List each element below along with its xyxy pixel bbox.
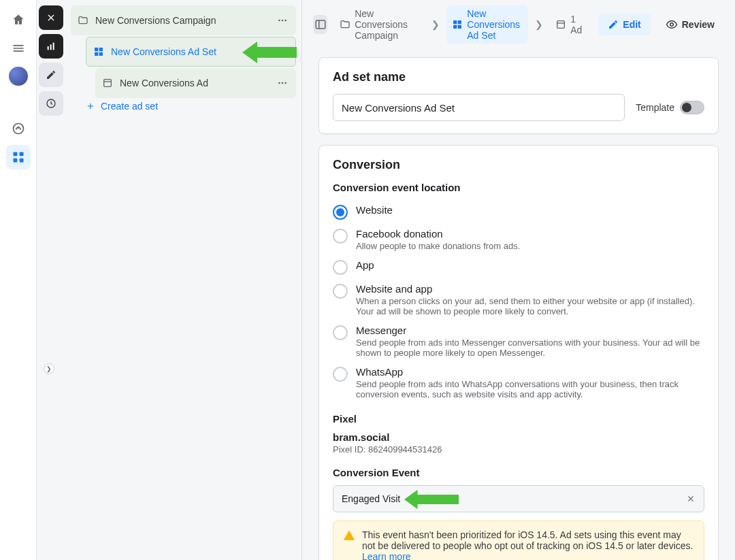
expand-rail-icon[interactable]: ❯ <box>44 363 54 374</box>
svg-point-19 <box>282 82 284 84</box>
learn-more-link[interactable]: Learn more <box>362 551 411 560</box>
svg-rect-21 <box>316 20 325 29</box>
tree-ad[interactable]: New Conversions Ad <box>95 68 296 98</box>
option-website[interactable]: Website <box>333 200 704 224</box>
highlight-arrow-icon <box>404 487 459 512</box>
radio-messenger[interactable] <box>333 325 348 340</box>
edit-icon[interactable] <box>39 63 63 87</box>
breadcrumb-bar: New Conversions Campaign ❯ New Conversio… <box>302 0 735 49</box>
svg-rect-15 <box>95 52 98 56</box>
nav-rail: ❯ <box>0 0 37 560</box>
warning-text: This event hasn't been prioritized for i… <box>362 529 694 560</box>
crumb-campaign[interactable]: New Conversions Campaign <box>334 5 425 44</box>
dashboard-icon[interactable] <box>6 116 31 141</box>
tree-campaign-label: New Conversions Campaign <box>95 15 274 26</box>
conversion-event-heading: Conversion Event <box>333 467 704 478</box>
chevron-right-icon: ❯ <box>430 19 441 30</box>
svg-rect-26 <box>557 21 565 29</box>
pixel-name: bram.social <box>333 431 704 443</box>
review-button[interactable]: Review <box>656 13 724 36</box>
svg-rect-17 <box>104 80 112 87</box>
tree-campaign[interactable]: New Conversions Campaign <box>71 5 296 35</box>
menu-icon[interactable] <box>6 36 31 61</box>
home-icon[interactable] <box>6 7 31 32</box>
tree-ad-label: New Conversions Ad <box>120 78 274 88</box>
ads-manager-icon[interactable] <box>6 145 31 169</box>
ad-icon <box>555 19 566 30</box>
radio-whatsapp[interactable] <box>333 367 348 382</box>
adset-icon <box>92 46 105 57</box>
chart-icon[interactable] <box>39 34 63 59</box>
tree-adset-label: New Conversions Ad Set <box>111 46 276 57</box>
tool-column <box>37 0 65 560</box>
clear-event-icon[interactable] <box>686 494 696 504</box>
crumb-adset[interactable]: New Conversions Ad Set <box>446 5 528 44</box>
conversion-location-heading: Conversion event location <box>333 182 704 193</box>
folder-icon <box>76 15 90 26</box>
more-icon[interactable] <box>274 12 291 29</box>
svg-rect-2 <box>13 152 17 157</box>
svg-rect-8 <box>53 43 54 50</box>
create-adset-button[interactable]: Create ad set <box>86 101 296 112</box>
svg-point-27 <box>670 23 674 27</box>
conversion-event-value: Engaged Visit <box>342 493 400 504</box>
template-toggle[interactable] <box>680 101 704 114</box>
crumb-ad[interactable]: 1 Ad <box>550 11 587 38</box>
svg-rect-13 <box>95 48 98 51</box>
svg-rect-22 <box>453 20 457 24</box>
option-webapp[interactable]: Website and app When a person clicks on … <box>333 279 704 320</box>
svg-rect-4 <box>13 159 17 163</box>
tree-adset[interactable]: New Conversions Ad Set <box>86 37 296 67</box>
create-adset-label: Create ad set <box>101 101 158 112</box>
option-messenger[interactable]: Messenger Send people from ads into Mess… <box>333 320 704 362</box>
radio-webapp[interactable] <box>333 284 348 299</box>
svg-point-10 <box>278 20 280 22</box>
svg-point-1 <box>18 127 19 129</box>
svg-rect-7 <box>50 44 52 50</box>
ad-icon <box>101 78 114 88</box>
svg-rect-23 <box>458 20 461 24</box>
svg-point-18 <box>278 82 280 84</box>
svg-rect-24 <box>453 25 457 29</box>
chevron-right-icon: ❯ <box>534 19 544 30</box>
more-icon[interactable] <box>274 75 291 91</box>
svg-rect-25 <box>458 25 461 29</box>
svg-rect-14 <box>99 48 103 51</box>
structure-tree: New Conversions Campaign New Conversions… <box>65 0 302 560</box>
svg-rect-6 <box>48 46 49 50</box>
radio-website[interactable] <box>333 205 348 220</box>
close-button[interactable] <box>39 5 63 30</box>
svg-point-12 <box>284 20 287 22</box>
option-donation[interactable]: Facebook donation Allow people to make d… <box>333 224 704 255</box>
conversion-card: Conversion Conversion event location Web… <box>318 145 719 560</box>
adset-name-heading: Ad set name <box>333 70 704 84</box>
svg-rect-3 <box>19 152 23 157</box>
folder-icon <box>340 19 350 30</box>
conversion-event-select[interactable]: Engaged Visit <box>333 485 704 512</box>
adset-icon <box>452 19 463 30</box>
adset-name-card: Ad set name Template <box>318 57 719 134</box>
radio-donation[interactable] <box>333 229 348 244</box>
pixel-heading: Pixel <box>333 413 704 425</box>
template-label: Template <box>636 102 674 113</box>
panel-toggle-icon[interactable] <box>313 15 327 34</box>
option-whatsapp[interactable]: WhatsApp Send people from ads into Whats… <box>333 362 704 403</box>
edit-button[interactable]: Edit <box>598 14 650 35</box>
svg-rect-5 <box>19 159 23 163</box>
option-app[interactable]: App <box>333 255 704 279</box>
radio-app[interactable] <box>333 260 348 275</box>
pixel-id: Pixel ID: 862409944531426 <box>333 444 704 455</box>
conversion-heading: Conversion <box>333 158 704 172</box>
svg-point-20 <box>284 82 287 84</box>
ios-warning: This event hasn't been prioritized for i… <box>333 521 704 560</box>
warning-icon <box>343 529 355 560</box>
history-icon[interactable] <box>39 91 63 116</box>
svg-point-11 <box>282 20 284 22</box>
svg-rect-16 <box>99 52 103 56</box>
pencil-icon[interactable] <box>280 47 290 56</box>
avatar[interactable] <box>7 65 29 87</box>
adset-name-input[interactable] <box>333 94 625 121</box>
